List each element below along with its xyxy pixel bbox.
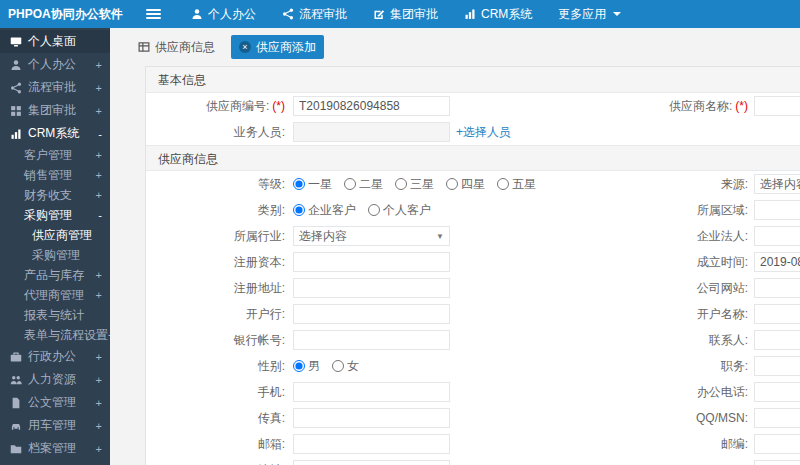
field-label: 银行帐号: (146, 332, 293, 349)
contact-input[interactable] (754, 330, 800, 350)
job-title-input[interactable] (754, 356, 800, 376)
sidebar-item-supplier-mgmt[interactable]: 供应商管理 (0, 225, 110, 245)
form-row-bank: 开户行: 开户名称: (146, 301, 800, 327)
tab-close-icon[interactable]: × (239, 41, 251, 53)
form-row-email: 邮箱: 邮编: (146, 431, 800, 457)
sidebar-item-form-flow-settings[interactable]: 表单与流程设置 + (0, 325, 110, 345)
sidebar-item-admin-office[interactable]: 行政办公 + (0, 345, 110, 368)
nav-process-approval[interactable]: 流程审批 (282, 6, 347, 23)
sidebar-item-purchase-mgmt-sub[interactable]: 采购管理 (0, 245, 110, 265)
sidebar-item-finance[interactable]: 财务收支 + (0, 185, 110, 205)
address-input[interactable] (293, 460, 450, 465)
expand-icon[interactable]: + (96, 289, 102, 301)
sidebar-item-product-inventory[interactable]: 产品与库存 + (0, 265, 110, 285)
chevron-down-icon (613, 12, 621, 16)
sidebar-item-crm[interactable]: CRM系统 - (0, 122, 110, 145)
form-row-level: 等级: 一星 二星 三星 四星 五星 来源: 选择内容▼ (146, 171, 800, 197)
expand-icon[interactable]: + (96, 105, 102, 117)
website-input[interactable] (754, 278, 800, 298)
field-label: 所属行业: (146, 228, 293, 245)
sidebar-item-archive-mgmt[interactable]: 档案管理 + (0, 437, 110, 460)
bank-input[interactable] (293, 304, 450, 324)
form-row-category: 类别: 企业客户 个人客户 所属区域: (146, 197, 800, 223)
field-label: 手机: (146, 384, 293, 401)
capital-input[interactable] (293, 252, 450, 272)
account-name-input[interactable] (754, 304, 800, 324)
industry-select[interactable]: 选择内容▼ (293, 226, 450, 246)
gender-radio-option[interactable]: 女 (332, 358, 359, 375)
expand-icon[interactable]: + (96, 420, 102, 432)
flow-icon (282, 8, 294, 20)
level-radio-option[interactable]: 三星 (395, 176, 434, 193)
expand-icon[interactable]: + (96, 397, 102, 409)
sidebar-item-vehicle-mgmt[interactable]: 用车管理 + (0, 414, 110, 437)
required-mark: (*) (272, 99, 285, 113)
field-label: 邮箱: (146, 436, 293, 453)
sidebar-item-purchase-mgmt[interactable]: 采购管理 - (0, 205, 110, 225)
level-radio-option[interactable]: 一星 (293, 176, 332, 193)
choose-staff-link[interactable]: +选择人员 (456, 124, 511, 141)
field-label: 办公电话: (697, 384, 754, 401)
expand-icon[interactable]: + (96, 169, 102, 181)
sidebar-item-hr[interactable]: 人力资源 + (0, 368, 110, 391)
sidebar-item-sales-mgmt[interactable]: 销售管理 + (0, 165, 110, 185)
expand-icon[interactable]: + (96, 351, 102, 363)
sidebar-item-document-mgmt[interactable]: 公文管理 + (0, 391, 110, 414)
category-radio-group: 企业客户 个人客户 (293, 202, 431, 219)
collapse-icon[interactable]: - (98, 209, 102, 221)
tab-supplier-info[interactable]: 供应商信息 (130, 35, 223, 59)
founded-date-input[interactable] (754, 252, 800, 272)
level-radio-option[interactable]: 五星 (497, 176, 536, 193)
sidebar-item-personal-office[interactable]: 个人办公 + (0, 53, 110, 76)
sidebar: 个人桌面 个人办公 + 流程审批 + 集团审批 + CRM系统 - 客户管理 +… (0, 28, 110, 465)
email-input[interactable] (293, 434, 450, 454)
expand-icon[interactable]: + (108, 329, 110, 341)
collapse-icon[interactable]: - (98, 128, 102, 140)
gender-radio-option[interactable]: 男 (293, 358, 320, 375)
sidebar-item-process-approval[interactable]: 流程审批 + (0, 76, 110, 99)
qq-msn-input[interactable] (754, 408, 800, 428)
zip-input[interactable] (754, 434, 800, 454)
reg-address-input[interactable] (293, 278, 450, 298)
expand-icon[interactable]: + (96, 269, 102, 281)
form-row-supplier-no: 供应商编号:(*) 供应商名称:(*) (146, 93, 800, 119)
required-mark: (*) (735, 99, 748, 113)
level-radio-option[interactable]: 四星 (446, 176, 485, 193)
office-phone-input[interactable] (754, 382, 800, 402)
sidebar-item-reports[interactable]: 报表与统计 (0, 305, 110, 325)
field-label: 传真: (146, 410, 293, 427)
nav-crm[interactable]: CRM系统 (464, 6, 532, 23)
user-icon (10, 59, 22, 71)
address-extra-input[interactable] (754, 460, 800, 465)
app-window: PHPOA协同办公软件 个人办公 流程审批 集团审批 CRM系统 更多应用 (0, 0, 800, 465)
sidebar-item-group-approval[interactable]: 集团审批 + (0, 99, 110, 122)
supplier-name-input[interactable] (754, 96, 800, 116)
user-icon (191, 8, 203, 20)
nav-group-approval[interactable]: 集团审批 (373, 6, 438, 23)
expand-icon[interactable]: + (96, 59, 102, 71)
menu-toggle-icon[interactable] (142, 5, 165, 23)
expand-icon[interactable]: + (96, 189, 102, 201)
fax-input[interactable] (293, 408, 450, 428)
sidebar-item-agent-mgmt[interactable]: 代理商管理 + (0, 285, 110, 305)
mobile-input[interactable] (293, 382, 450, 402)
expand-icon[interactable]: + (96, 374, 102, 386)
level-radio-option[interactable]: 二星 (344, 176, 383, 193)
sidebar-item-customer-mgmt[interactable]: 客户管理 + (0, 145, 110, 165)
source-select[interactable]: 选择内容▼ (754, 174, 800, 194)
nav-personal-office[interactable]: 个人办公 (191, 6, 256, 23)
expand-icon[interactable]: + (96, 149, 102, 161)
supplier-no-input[interactable] (293, 96, 450, 116)
legal-person-input[interactable] (754, 226, 800, 246)
nav-more-apps[interactable]: 更多应用 (558, 6, 621, 23)
expand-icon[interactable]: + (96, 82, 102, 94)
sidebar-item-personal-desktop[interactable]: 个人桌面 (0, 30, 110, 53)
section-header-supplier: 供应商信息 (146, 145, 800, 171)
bank-account-input[interactable] (293, 330, 450, 350)
tab-supplier-add[interactable]: × 供应商添加 (231, 35, 324, 59)
expand-icon[interactable]: + (96, 443, 102, 455)
staff-input[interactable] (293, 122, 450, 142)
category-radio-option[interactable]: 个人客户 (368, 202, 431, 219)
region-input[interactable] (754, 200, 800, 220)
category-radio-option[interactable]: 企业客户 (293, 202, 356, 219)
